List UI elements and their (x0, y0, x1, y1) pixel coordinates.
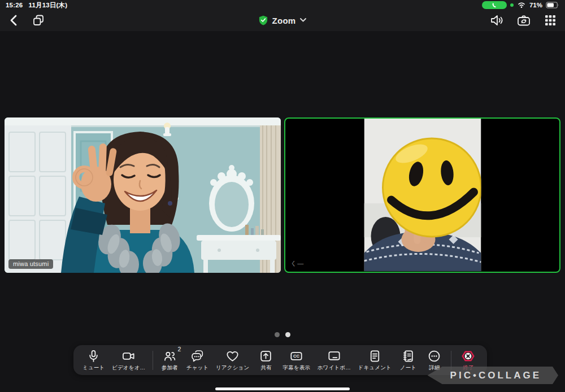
recording-dot (510, 3, 514, 7)
participant-name-tag: く— (290, 259, 304, 268)
page-dot-1 (275, 332, 280, 337)
toolbar-divider (153, 351, 153, 370)
status-time: 15:26 (6, 2, 23, 8)
nav-bar: Zoom (0, 9, 565, 31)
mute-button[interactable]: ミュート (82, 349, 105, 372)
grid-icon (544, 14, 557, 27)
notebook-icon (401, 349, 415, 363)
video-feed-room (5, 117, 281, 273)
switch-camera-button[interactable] (516, 14, 531, 27)
chat-bubble-icon (190, 349, 205, 363)
audio-output-button[interactable] (489, 14, 504, 27)
status-bar: 15:26 11月13日(木) 71% (0, 0, 565, 9)
wifi-icon (517, 2, 526, 8)
whiteboard-icon (327, 349, 341, 363)
captions-button[interactable]: CC 字幕を表示 (282, 349, 310, 372)
top-bar: 15:26 11月13日(木) 71% (0, 0, 565, 31)
svg-text:CC: CC (293, 354, 299, 359)
participants-icon (163, 349, 177, 363)
chat-button[interactable]: チャット (186, 349, 209, 372)
page-dot-2 (285, 332, 290, 337)
page-indicator (0, 332, 565, 337)
video-camera-icon (121, 349, 136, 363)
whiteboard-button[interactable]: ホワイトボ… (318, 349, 351, 372)
more-ellipsis-icon (427, 349, 441, 363)
active-call-pill[interactable] (482, 1, 507, 9)
meeting-title-button[interactable]: Zoom (258, 15, 306, 25)
battery-percent: 71% (529, 2, 542, 8)
microphone-icon (86, 349, 101, 363)
watermark-label: PIC•COLLAGE (450, 370, 541, 381)
documents-button[interactable]: ドキュメント (358, 349, 392, 372)
video-tile-smiley[interactable]: く— (284, 117, 560, 273)
share-button[interactable]: 共有 (257, 349, 276, 372)
closed-captions-icon: CC (289, 349, 303, 363)
speaker-icon (489, 14, 504, 27)
apps-grid-button[interactable] (544, 14, 557, 27)
windows-icon (32, 14, 45, 27)
notes-button[interactable]: ノート (399, 349, 418, 372)
shield-check-icon (258, 15, 268, 25)
end-call-icon (461, 349, 475, 363)
share-screen-icon (259, 349, 273, 363)
phone-icon (491, 2, 498, 8)
back-button[interactable] (8, 14, 19, 27)
multitask-button[interactable] (32, 14, 45, 27)
video-feed-smiley (364, 119, 481, 272)
smiley-photo (364, 119, 481, 271)
participant-name-tag: miwa utsumi (8, 259, 53, 269)
status-date: 11月13日(木) (28, 1, 67, 10)
home-indicator[interactable] (215, 387, 350, 390)
back-chevron-icon (8, 14, 19, 27)
video-tile-miwa[interactable]: miwa utsumi (5, 117, 281, 273)
meeting-toolbar: ミュート ビデオをオ… 2 参加者 (73, 345, 487, 375)
reactions-button[interactable]: リアクション (216, 349, 250, 372)
app-title: Zoom (272, 15, 295, 25)
heart-icon (225, 349, 240, 363)
video-button[interactable]: ビデオをオ… (112, 349, 145, 372)
battery-icon (546, 2, 559, 8)
zoom-ipad-screen: 15:26 11月13日(木) 71% (0, 0, 565, 392)
document-icon (368, 349, 382, 363)
participants-button[interactable]: 2 参加者 (160, 349, 179, 372)
pic-collage-watermark: PIC•COLLAGE (428, 367, 558, 384)
participants-count-badge: 2 (177, 346, 181, 352)
switch-camera-icon (516, 14, 531, 27)
chevron-down-icon (300, 18, 307, 23)
